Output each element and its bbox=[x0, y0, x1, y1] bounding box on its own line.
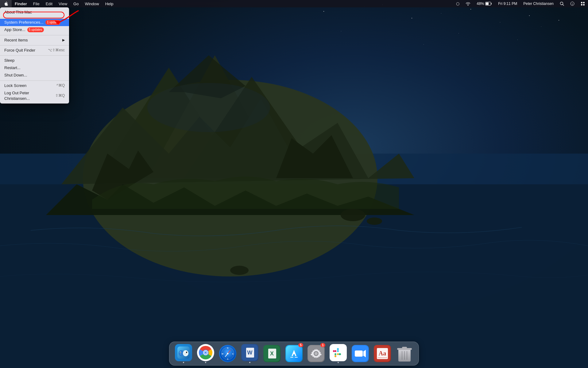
svg-point-11 bbox=[341, 209, 365, 221]
menu-item-lock-screen[interactable]: Lock Screen ^⌘Q bbox=[0, 82, 69, 89]
menubar-help[interactable]: Help bbox=[102, 0, 117, 7]
apple-menu-button[interactable] bbox=[0, 0, 12, 7]
dock-item-safari[interactable]: N S W E bbox=[218, 344, 238, 363]
menu-item-restart[interactable]: Restart... bbox=[0, 64, 69, 72]
menu-item-recent-items[interactable]: Recent Items ▶ bbox=[0, 37, 69, 44]
menu-item-shutdown[interactable]: Shut Down... bbox=[0, 72, 69, 79]
system-pref-icon bbox=[308, 345, 325, 362]
word-dot bbox=[249, 362, 250, 363]
dict-icon: Aa bbox=[374, 345, 391, 362]
dock-item-trash[interactable] bbox=[395, 344, 414, 363]
svg-point-14 bbox=[147, 83, 270, 132]
dock-item-chrome[interactable] bbox=[196, 344, 215, 363]
svg-rect-67 bbox=[339, 353, 341, 355]
menu-separator-1 bbox=[0, 17, 69, 18]
menu-separator-2 bbox=[0, 35, 69, 35]
svg-text:E: E bbox=[232, 353, 234, 355]
menu-item-system-prefs[interactable]: System Preferences... 1 update bbox=[0, 19, 69, 26]
menubar: Finder File Edit View Go Window Help ⬡ bbox=[0, 0, 588, 7]
menu-separator-5 bbox=[0, 80, 69, 81]
svg-rect-75 bbox=[377, 357, 387, 358]
chrome-icon bbox=[197, 344, 214, 361]
svg-text:S: S bbox=[227, 358, 228, 360]
svg-point-12 bbox=[367, 217, 382, 225]
dock-item-finder[interactable] bbox=[174, 344, 193, 363]
svg-point-22 bbox=[581, 4, 582, 6]
menu-item-app-store[interactable]: App Store... 5 updates bbox=[0, 26, 69, 33]
spotlight-icon[interactable] bbox=[557, 0, 567, 7]
svg-point-13 bbox=[230, 266, 249, 275]
svg-rect-66 bbox=[337, 348, 339, 350]
appstore-badge: 5 bbox=[298, 343, 303, 347]
menu-separator-4 bbox=[0, 55, 69, 56]
menubar-left: Finder File Edit View Go Window Help bbox=[0, 0, 116, 7]
zoom-icon bbox=[352, 345, 369, 362]
svg-text:Aa: Aa bbox=[379, 350, 386, 357]
svg-point-46 bbox=[227, 353, 229, 354]
menubar-edit[interactable]: Edit bbox=[43, 0, 56, 7]
island-background bbox=[0, 0, 588, 368]
menu-separator-3 bbox=[0, 45, 69, 45]
battery-status[interactable]: 48% bbox=[474, 0, 495, 7]
dock-item-zoom[interactable] bbox=[350, 344, 370, 363]
svg-rect-65 bbox=[333, 350, 335, 352]
svg-point-23 bbox=[583, 4, 585, 6]
dock-item-appstore[interactable]: 5 bbox=[284, 344, 304, 363]
svg-point-19 bbox=[571, 2, 574, 6]
slack-icon bbox=[330, 344, 347, 361]
svg-rect-63 bbox=[335, 353, 336, 355]
chrome-dot bbox=[205, 362, 206, 363]
menubar-window[interactable]: Window bbox=[82, 0, 102, 7]
dock-item-system-prefs[interactable]: 1 bbox=[306, 344, 326, 363]
svg-point-31 bbox=[186, 352, 187, 353]
menubar-finder[interactable]: Finder bbox=[12, 0, 30, 7]
svg-rect-68 bbox=[335, 355, 336, 357]
svg-point-20 bbox=[581, 2, 582, 3]
menubar-view[interactable]: View bbox=[56, 0, 70, 7]
excel-icon: X bbox=[263, 345, 280, 362]
word-icon: W bbox=[241, 344, 258, 361]
svg-text:W: W bbox=[247, 350, 253, 356]
svg-point-59 bbox=[315, 352, 318, 355]
dock-item-dictionary[interactable]: Aa bbox=[373, 344, 392, 363]
svg-text:X: X bbox=[270, 350, 274, 357]
apple-menu-dropdown: About This Mac System Preferences... 1 u… bbox=[0, 7, 69, 104]
svg-line-18 bbox=[563, 5, 564, 6]
svg-rect-79 bbox=[402, 347, 407, 349]
wifi-icon[interactable] bbox=[462, 0, 474, 7]
menubar-go[interactable]: Go bbox=[70, 0, 82, 7]
menu-item-sleep[interactable]: Sleep bbox=[0, 57, 69, 64]
dock-item-slack[interactable] bbox=[328, 344, 348, 363]
datetime-display: Fri 9:11 PM bbox=[495, 0, 520, 7]
svg-point-27 bbox=[183, 350, 188, 356]
menu-item-logout[interactable]: Log Out Peter Christiansen... ⇧⌘Q bbox=[0, 89, 69, 102]
svg-point-21 bbox=[583, 2, 585, 3]
dock-item-word[interactable]: W bbox=[240, 344, 260, 363]
trash-icon bbox=[396, 345, 413, 362]
user-name[interactable]: Peter Christiansen bbox=[520, 0, 557, 7]
system-prefs-badge: 1 bbox=[320, 343, 325, 347]
svg-text:N: N bbox=[227, 347, 228, 349]
svg-text:W: W bbox=[222, 353, 223, 355]
menu-item-force-quit[interactable]: Force Quit Finder ⌥⇧⌘esc bbox=[0, 47, 69, 54]
control-center-icon[interactable] bbox=[578, 0, 588, 7]
dock-item-excel[interactable]: X bbox=[262, 344, 282, 363]
finder-dot bbox=[183, 362, 184, 363]
desktop bbox=[0, 0, 588, 368]
finder-icon bbox=[175, 344, 192, 361]
bluetooth-icon[interactable]: ⬡ bbox=[453, 0, 462, 7]
siri-icon[interactable] bbox=[567, 0, 578, 7]
menubar-file[interactable]: File bbox=[30, 0, 43, 7]
slack-dot bbox=[338, 362, 339, 363]
svg-rect-16 bbox=[486, 2, 489, 5]
svg-rect-60 bbox=[330, 345, 346, 361]
safari-icon: N S W E bbox=[219, 345, 236, 362]
svg-rect-64 bbox=[337, 353, 339, 355]
svg-rect-61 bbox=[335, 350, 336, 352]
dock: N S W E W X bbox=[169, 342, 419, 366]
appstore-icon bbox=[285, 345, 303, 362]
menu-item-about[interactable]: About This Mac bbox=[0, 9, 69, 16]
svg-point-37 bbox=[205, 352, 207, 354]
menubar-right: ⬡ 48% Fri 9:11 PM Peter Christiansen bbox=[453, 0, 588, 7]
svg-rect-62 bbox=[337, 350, 339, 352]
